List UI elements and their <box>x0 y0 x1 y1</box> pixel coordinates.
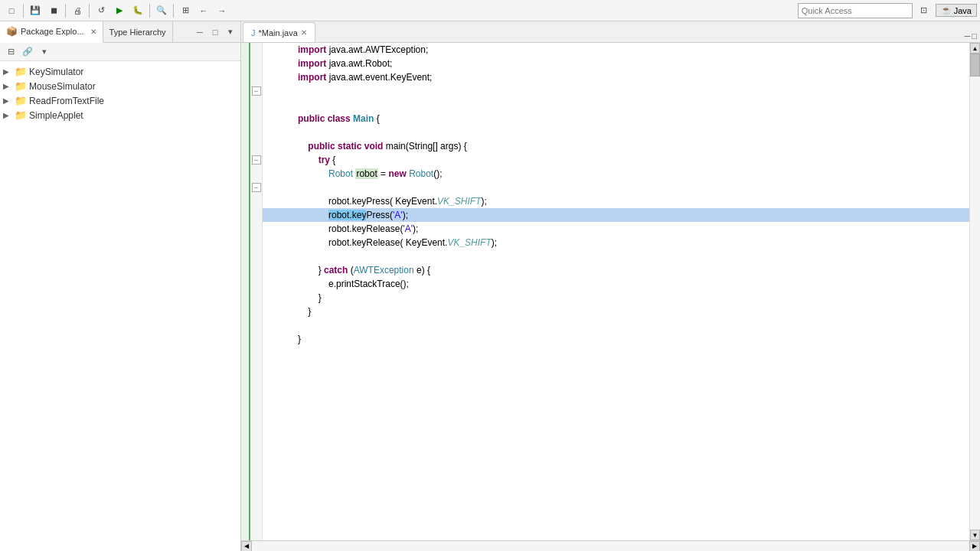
code-line-13[interactable]: robot.keyPress('A'); <box>263 208 969 222</box>
code-line-11 <box>263 181 969 194</box>
expand-icon: ▶ <box>3 111 12 119</box>
tree-item-mouse-simulator[interactable]: ▶ 📁 MouseSimulator <box>0 79 240 93</box>
save-button[interactable]: 💾 <box>27 2 44 19</box>
tree-item-read-from-text[interactable]: ▶ 📁 ReadFromTextFile <box>0 93 240 108</box>
code-text <box>298 99 300 110</box>
new-button[interactable]: □ <box>3 2 20 19</box>
scroll-thumb[interactable] <box>970 54 980 77</box>
code-line-8: public static void main(String[] args) { <box>263 139 969 153</box>
collapse-all-button[interactable]: ⊟ <box>3 44 18 60</box>
sep1 <box>23 4 24 18</box>
sep3 <box>89 4 90 18</box>
scroll-down-button[interactable]: ▼ <box>970 530 980 540</box>
code-line-15: robot.keyRelease( KeyEvent.VK_SHIFT); <box>263 236 969 249</box>
tree-item-simple-applet[interactable]: ▶ 📁 SimpleApplet <box>0 108 240 122</box>
code-text: try { <box>298 155 335 165</box>
refresh-button[interactable]: ↺ <box>93 2 109 19</box>
scroll-track[interactable] <box>970 54 980 530</box>
link-editor-button[interactable]: 🔗 <box>20 44 35 60</box>
code-line-5 <box>263 98 969 112</box>
code-line-22: } <box>263 332 969 346</box>
toolbar-right: ⊡ ☕ Java <box>798 2 977 19</box>
code-line-16 <box>263 249 969 263</box>
vertical-scrollbar[interactable]: ▲ ▼ <box>969 43 980 540</box>
code-line-3: import java.awt.event.KeyEvent; <box>263 70 969 84</box>
expand-icon: ▶ <box>3 67 12 76</box>
java-label: Java <box>954 6 972 15</box>
code-text: public static void main(String[] args) { <box>298 141 467 152</box>
code-text: public class Main { <box>298 113 380 124</box>
debug-button[interactable]: 🐛 <box>129 2 146 19</box>
code-text <box>298 320 300 331</box>
code-lines: import java.awt.AWTException; import jav… <box>263 43 969 346</box>
code-line-12: robot.keyPress( KeyEvent.VK_SHIFT); <box>263 194 969 208</box>
editor-tab-main-java[interactable]: J *Main.java ✕ <box>243 22 315 42</box>
tab-type-hierarchy[interactable]: Type Hierarchy <box>103 21 173 43</box>
main-area: 📦 Package Explo... ✕ Type Hierarchy ─ □ … <box>0 21 980 551</box>
sep4 <box>149 4 150 18</box>
editor-area: J *Main.java ✕ ─ □ − − − <box>241 21 980 551</box>
quick-access-input[interactable] <box>798 3 913 18</box>
folder-icon: 📁 <box>15 95 27 106</box>
code-line-17: } catch (AWTException e) { <box>263 263 969 277</box>
tree-item-label: SimpleApplet <box>29 110 83 121</box>
code-text: robot.keyRelease('A'); <box>298 223 418 234</box>
code-line-7 <box>263 126 969 139</box>
code-line-2: import java.awt.Robot; <box>263 57 969 70</box>
code-line-14: robot.keyRelease('A'); <box>263 222 969 236</box>
editor-tab-label: *Main.java <box>259 28 298 37</box>
hscroll-track[interactable] <box>252 541 969 551</box>
code-editor-wrapper: − − − import java.awt.AWTException; <box>241 43 980 540</box>
print-button[interactable]: 🖨 <box>69 2 86 19</box>
folder-icon: 📁 <box>15 66 27 77</box>
collapse-method-marker[interactable]: − <box>252 183 261 192</box>
navigate-back-button[interactable]: ← <box>195 2 212 19</box>
tree-item-label: KeySimulator <box>29 67 83 77</box>
save-all-button[interactable]: ◼ <box>45 2 62 19</box>
code-text <box>298 182 300 193</box>
tab-package-explorer[interactable]: 📦 Package Explo... ✕ <box>0 21 103 43</box>
sep2 <box>65 4 66 18</box>
search-button[interactable]: 🔍 <box>153 2 170 19</box>
perspective-open-button[interactable]: ⊡ <box>916 2 933 19</box>
perspective-button[interactable]: ⊞ <box>177 2 194 19</box>
code-text: robot.keyPress( KeyEvent.VK_SHIFT); <box>298 196 487 207</box>
navigate-forward-button[interactable]: → <box>214 2 230 19</box>
package-explorer-close[interactable]: ✕ <box>90 28 96 36</box>
java-icon: ☕ <box>941 5 952 15</box>
code-text <box>298 251 300 262</box>
tree-item-key-simulator[interactable]: ▶ 📁 KeySimulator <box>0 64 240 79</box>
package-explorer-icon: 📦 <box>6 26 18 37</box>
maximize-panel-button[interactable]: □ <box>208 25 222 39</box>
code-line-10: Robot robot = new Robot(); <box>263 167 969 181</box>
run-button[interactable]: ▶ <box>111 2 128 19</box>
left-margin-gutter <box>241 43 250 540</box>
view-menu-button[interactable]: ▾ <box>37 44 52 60</box>
code-line-18: e.printStackTrace(); <box>263 277 969 291</box>
tree-item-label: MouseSimulator <box>29 81 96 92</box>
code-line-19: } <box>263 291 969 305</box>
project-tree: ▶ 📁 KeySimulator ▶ 📁 MouseSimulator ▶ 📁 … <box>0 61 240 551</box>
collapse-import-marker[interactable]: − <box>252 86 261 96</box>
code-text: e.printStackTrace(); <box>298 279 409 289</box>
code-content[interactable]: import java.awt.AWTException; import jav… <box>263 43 969 540</box>
collapse-class-marker[interactable]: − <box>252 155 261 165</box>
panel-toolbar: ⊟ 🔗 ▾ <box>0 43 240 61</box>
tree-item-label: ReadFromTextFile <box>29 96 104 106</box>
code-line-4 <box>263 84 969 98</box>
panel-tab-actions: ─ □ ▾ <box>193 25 240 39</box>
folder-icon: 📁 <box>15 109 27 121</box>
maximize-editor-button[interactable]: □ <box>972 31 977 41</box>
code-text: robot.keyPress('A'); <box>298 210 408 220</box>
code-text <box>298 86 300 96</box>
close-panel-button[interactable]: ▾ <box>224 25 237 39</box>
minimize-editor-button[interactable]: ─ <box>965 31 971 41</box>
java-perspective-badge[interactable]: ☕ Java <box>936 4 977 17</box>
scroll-right-button[interactable]: ▶ <box>969 541 980 552</box>
horizontal-scrollbar[interactable]: ◀ ▶ <box>241 540 980 551</box>
editor-tab-close[interactable]: ✕ <box>301 28 307 37</box>
scroll-left-button[interactable]: ◀ <box>241 541 252 552</box>
minimize-panel-button[interactable]: ─ <box>193 25 207 39</box>
scroll-up-button[interactable]: ▲ <box>970 43 980 54</box>
code-text: import java.awt.Robot; <box>298 58 392 69</box>
